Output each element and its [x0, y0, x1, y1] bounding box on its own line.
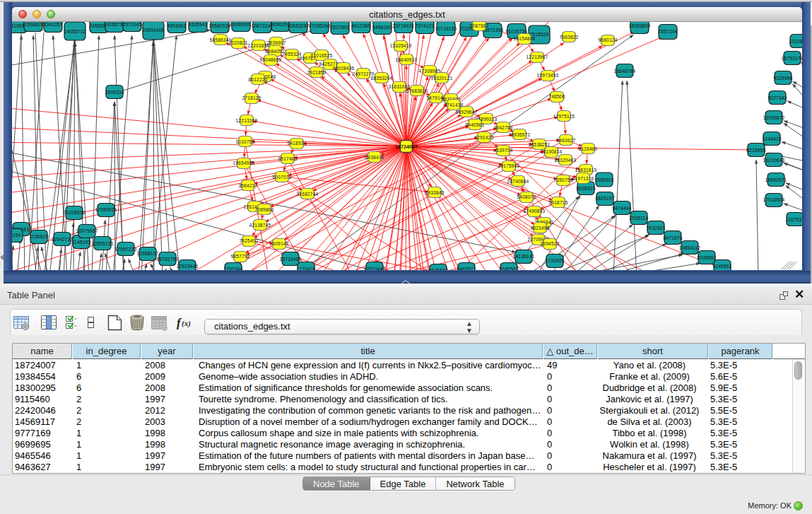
svg-text:42138745: 42138745	[249, 223, 271, 228]
svg-text:6466160: 6466160	[372, 25, 392, 30]
svg-text:4823498: 4823498	[530, 226, 549, 230]
svg-text:12505135: 12505135	[92, 241, 114, 246]
svg-text:10653287: 10653287	[288, 23, 310, 28]
svg-text:15692971: 15692971	[765, 177, 787, 182]
svg-text:1733426: 1733426	[545, 258, 564, 263]
svg-text:4842788: 4842788	[493, 125, 512, 130]
svg-text:19654985: 19654985	[233, 160, 255, 165]
svg-text:7632621: 7632621	[646, 226, 665, 230]
svg-text:10854112: 10854112	[679, 245, 701, 250]
svg-text:10958107: 10958107	[137, 251, 159, 256]
svg-text:3564217: 3564217	[238, 183, 257, 188]
svg-text:12093872: 12093872	[763, 115, 785, 120]
svg-text:2718126: 2718126	[242, 95, 261, 100]
svg-text:2571945: 2571945	[122, 22, 141, 27]
svg-text:9227342: 9227342	[767, 95, 787, 100]
svg-text:6440561: 6440561	[465, 122, 484, 127]
svg-text:9245652: 9245652	[697, 255, 716, 260]
svg-text:748506: 748506	[548, 94, 565, 99]
svg-text:17957223: 17957223	[115, 247, 137, 252]
svg-text:9245661: 9245661	[712, 264, 731, 269]
svg-text:13325419: 13325419	[390, 43, 412, 48]
svg-text:1156829: 1156829	[30, 234, 49, 239]
svg-text:9245563: 9245563	[499, 267, 518, 270]
svg-text:10975867: 10975867	[76, 228, 98, 233]
svg-text:1585520: 1585520	[594, 177, 613, 182]
svg-text:8612220: 8612220	[248, 77, 267, 82]
svg-text:9115460: 9115460	[579, 146, 598, 151]
svg-text:7374122: 7374122	[415, 23, 434, 28]
svg-text:9474444: 9474444	[612, 206, 631, 211]
svg-text:39154: 39154	[12, 233, 21, 238]
svg-text:12942737: 12942737	[52, 237, 73, 242]
svg-text:90048665: 90048665	[260, 57, 282, 62]
svg-text:9857791: 9857791	[230, 254, 249, 259]
svg-text:10719155: 10719155	[435, 26, 457, 31]
svg-text:57683626: 57683626	[406, 88, 428, 93]
svg-text:88320463: 88320463	[555, 158, 577, 163]
svg-text:12975115: 12975115	[553, 114, 575, 119]
svg-text:45935572: 45935572	[509, 132, 531, 137]
svg-text:12923448: 12923448	[364, 267, 386, 270]
svg-text:7857244: 7857244	[658, 29, 677, 34]
svg-text:14136141: 14136141	[513, 254, 535, 259]
svg-text:17016504: 17016504	[763, 197, 785, 202]
svg-text:4612365: 4612365	[351, 23, 370, 28]
svg-text:9329996: 9329996	[773, 76, 792, 81]
svg-text:81016525: 81016525	[311, 53, 333, 58]
svg-text:14055712: 14055712	[64, 29, 86, 34]
svg-text:63100814: 63100814	[541, 149, 563, 154]
svg-text:5918715: 5918715	[548, 200, 567, 205]
svg-text:2694522: 2694522	[540, 241, 559, 246]
svg-text:16640910: 16640910	[396, 57, 418, 62]
svg-text:7625402: 7625402	[239, 238, 258, 243]
svg-text:60929647: 60929647	[456, 110, 478, 115]
svg-text:9463571: 9463571	[457, 267, 476, 270]
svg-text:7663822: 7663822	[559, 35, 578, 40]
svg-text:(x): (x)	[182, 319, 191, 328]
svg-text:20691406: 20691406	[143, 28, 165, 33]
svg-text:1112853: 1112853	[789, 39, 802, 44]
svg-text:16154808: 16154808	[514, 36, 536, 41]
svg-text:95320121: 95320121	[431, 76, 453, 81]
svg-text:12923446: 12923446	[177, 264, 199, 269]
svg-text:15716485: 15716485	[280, 257, 302, 262]
svg-text:16053809: 16053809	[629, 23, 651, 28]
svg-text:9660124: 9660124	[598, 37, 617, 42]
svg-text:6829197: 6829197	[595, 196, 614, 201]
svg-text:1167533: 1167533	[786, 217, 802, 222]
svg-text:1145193: 1145193	[72, 240, 91, 245]
svg-text:96028436: 96028436	[333, 66, 355, 71]
svg-text:15751074: 15751074	[782, 56, 802, 61]
svg-text:16782759: 16782759	[157, 257, 179, 262]
svg-text:3341057: 3341057	[43, 22, 62, 27]
svg-text:42868828: 42868828	[23, 22, 45, 27]
svg-text:3741438: 3741438	[444, 103, 463, 107]
svg-text:16648784: 16648784	[614, 69, 636, 74]
svg-text:3215955: 3215955	[746, 148, 765, 153]
svg-text:89089901: 89089901	[230, 22, 252, 27]
svg-text:2839607: 2839607	[266, 40, 286, 45]
svg-text:47295260: 47295260	[309, 23, 331, 28]
svg-text:39587039: 39587039	[209, 23, 231, 28]
svg-text:10872248: 10872248	[252, 23, 273, 28]
svg-text:1527602: 1527602	[330, 25, 349, 30]
svg-text:23718431: 23718431	[393, 23, 415, 28]
svg-text:1933845: 1933845	[425, 190, 444, 195]
svg-text:28740864: 28740864	[507, 179, 529, 184]
svg-text:7089806: 7089806	[254, 207, 273, 212]
svg-text:6438436: 6438436	[365, 155, 384, 160]
svg-text:1292344: 1292344	[223, 267, 242, 270]
svg-text:6007072: 6007072	[272, 175, 291, 180]
svg-text:1733426: 1733426	[296, 267, 315, 270]
svg-text:9463627: 9463627	[556, 138, 575, 143]
svg-text:29175900: 29175900	[498, 163, 520, 168]
svg-text:68353204: 68353204	[371, 76, 393, 81]
svg-text:2921859: 2921859	[307, 70, 326, 75]
svg-text:9645631: 9645631	[428, 268, 447, 270]
svg-text:12213369: 12213369	[236, 118, 258, 123]
svg-text:8471676: 8471676	[663, 235, 682, 240]
svg-text:4903402: 4903402	[167, 23, 186, 28]
svg-text:87490893: 87490893	[524, 209, 546, 214]
svg-text:9517485: 9517485	[278, 156, 297, 161]
